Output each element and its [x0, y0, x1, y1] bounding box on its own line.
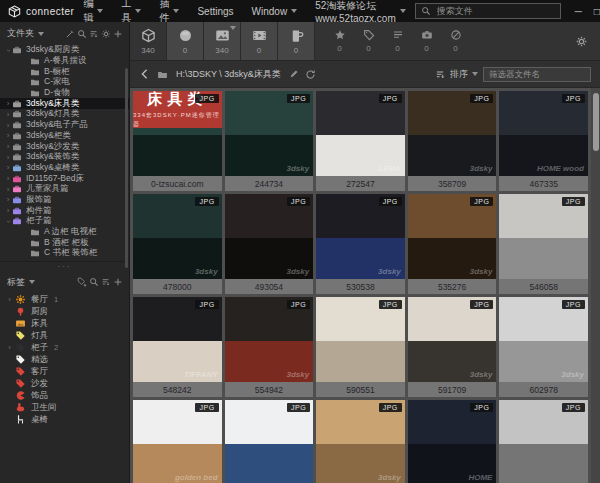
type-filter-cup[interactable]: 0 — [278, 22, 315, 60]
folder-item[interactable]: ›3dsky&床具类 — [0, 98, 129, 109]
folder-item[interactable]: A 边柜 电视柜 — [0, 227, 129, 238]
tag-item[interactable]: 厨房 — [0, 306, 129, 318]
menu-item-1[interactable]: 工具 — [112, 0, 150, 22]
sortlines-button[interactable] — [100, 276, 112, 288]
asset-thumbnail[interactable]: 3dsky JPG 554942 — [225, 297, 314, 397]
gearui-button[interactable] — [100, 28, 112, 40]
sidebar-scrollbar[interactable] — [125, 68, 128, 268]
expander-icon[interactable]: › — [4, 142, 12, 151]
tag-item[interactable]: 桌椅 — [0, 414, 129, 426]
asset-thumbnail[interactable]: JPG 590551 — [316, 297, 405, 397]
menu-item-0[interactable]: 编辑 — [74, 0, 112, 22]
expander-icon[interactable]: › — [4, 153, 12, 162]
sort-button[interactable]: 排序 — [435, 68, 478, 81]
tag-item[interactable]: 沙发 — [0, 378, 129, 390]
expander-icon[interactable]: › — [4, 99, 12, 108]
menu-item-5[interactable]: 52淘装修论坛www.52taozx.com — [306, 0, 415, 22]
expander-icon[interactable]: › — [4, 185, 12, 194]
sortlines-button[interactable] — [88, 28, 100, 40]
asset-thumbnail[interactable]: golden bed JPG — [133, 400, 222, 483]
asset-thumbnail[interactable]: JPG — [225, 400, 314, 483]
folder-item[interactable]: D-食物 — [0, 88, 129, 99]
filename-filter-input[interactable] — [483, 67, 591, 82]
menu-item-2[interactable]: 插件 — [150, 0, 188, 22]
type-filter-cube[interactable]: 340 — [130, 22, 167, 60]
asset-thumbnail[interactable]: HOME JPG — [408, 400, 497, 483]
folder-item[interactable]: ›构件篇 — [0, 205, 129, 216]
expander-icon[interactable]: › — [4, 163, 12, 172]
asset-thumbnail[interactable]: 3dsky JPG 530538 — [316, 194, 405, 294]
asset-thumbnail[interactable]: JPG 546058 — [499, 194, 588, 294]
plus-button[interactable] — [112, 28, 124, 40]
plus-button[interactable] — [112, 276, 124, 288]
tag-item[interactable]: 灯具 — [0, 330, 129, 342]
expander-icon[interactable]: › — [4, 206, 12, 215]
folder-item[interactable]: ›3dsky&装饰类 — [0, 152, 129, 163]
asset-thumbnail[interactable]: 3dsky JPG 493054 — [225, 194, 314, 294]
folder-item[interactable]: B-橱柜 — [0, 66, 129, 77]
expander-icon[interactable]: › — [4, 217, 13, 225]
expander-icon[interactable]: › — [4, 110, 12, 119]
asset-thumbnail[interactable]: 3dsky JPG 602978 — [499, 297, 588, 397]
folder-item[interactable]: ›3dsky&沙发类 — [0, 141, 129, 152]
expander-icon[interactable]: › — [4, 121, 12, 130]
asset-thumbnail[interactable]: 床具类334套3DSKY·PM迷你管理器 JPG 0-tzsucai.com — [133, 91, 222, 191]
folder-item[interactable]: A-餐具摆设 — [0, 56, 129, 67]
wand-button[interactable] — [64, 28, 76, 40]
folder-item[interactable]: ›儿童家具篇 — [0, 184, 129, 195]
asset-thumbnail[interactable]: JPG — [499, 400, 588, 483]
folder-item[interactable]: ›3dsky&桌椅类 — [0, 163, 129, 174]
back-button[interactable] — [139, 68, 151, 80]
asset-thumbnail[interactable]: 3dsky JPG 358709 — [408, 91, 497, 191]
folders-title[interactable]: 文件夹 — [7, 27, 44, 40]
asset-thumbnail[interactable]: TIFFANY JPG 548242 — [133, 297, 222, 397]
grid-scrollbar-thumb[interactable] — [593, 93, 599, 151]
expander-icon[interactable]: › — [4, 174, 12, 183]
tag-item[interactable]: 床具 — [0, 318, 129, 330]
flag-filter-camera[interactable]: 0 — [412, 22, 441, 60]
tag-item[interactable]: 饰品 — [0, 390, 129, 402]
tagadd-button[interactable] — [76, 276, 88, 288]
folder-item[interactable]: ›ID11567-Bed床 — [0, 173, 129, 184]
tags-title[interactable]: 标签 — [7, 276, 35, 289]
folder-item[interactable]: ›3dsky&厨房类 — [0, 45, 129, 56]
search-button[interactable] — [88, 276, 100, 288]
folder-item[interactable]: ›服饰篇 — [0, 195, 129, 206]
minimize-button[interactable]: ─ — [575, 6, 582, 17]
menu-item-4[interactable]: Window — [243, 0, 307, 22]
maximize-button[interactable]: □ — [594, 6, 600, 17]
asset-thumbnail[interactable]: 3dsky JPG 244734 — [225, 91, 314, 191]
breadcrumb[interactable]: H:\3DSKY \ 3dsky&床具类 — [176, 68, 281, 81]
asset-thumbnail[interactable]: 3dsky JPG 535276 — [408, 194, 497, 294]
tag-item[interactable]: ›餐厅1 — [0, 294, 129, 306]
folder-item[interactable]: ›3dsky&电子产品 — [0, 120, 129, 131]
folder-item[interactable]: ›3dsky&灯具类 — [0, 109, 129, 120]
folder-item[interactable]: C 书柜 装饰柜 — [0, 248, 129, 259]
folder-item[interactable]: ›3dsky&柜类 — [0, 131, 129, 142]
tags-drag-handle[interactable]: ··· — [0, 261, 129, 271]
asset-thumbnail[interactable]: 3dsky JPG — [316, 400, 405, 483]
flag-filter-star[interactable]: 0 — [325, 22, 354, 60]
edit-path-button[interactable] — [289, 69, 299, 79]
expander-icon[interactable]: › — [4, 195, 12, 204]
refresh-button[interactable] — [305, 69, 316, 80]
tag-item[interactable]: ›柜子2 — [0, 342, 129, 354]
grid-scrollbar[interactable] — [591, 88, 600, 483]
expander-icon[interactable]: › — [4, 131, 12, 140]
folder-item[interactable]: B 酒柜 柜板 — [0, 237, 129, 248]
type-filter-film[interactable]: 0 — [241, 22, 278, 60]
settings-gear-button[interactable] — [575, 35, 588, 48]
folder-item[interactable]: C-家电 — [0, 77, 129, 88]
tag-item[interactable]: 精选 — [0, 354, 129, 366]
global-search[interactable] — [415, 3, 561, 19]
asset-thumbnail[interactable]: LEMA JPG 272547 — [316, 91, 405, 191]
search-button[interactable] — [76, 28, 88, 40]
type-filter-imagepic[interactable]: 340 — [204, 22, 241, 60]
type-filter-sphere[interactable]: 0 — [167, 22, 204, 60]
flag-filter-tag[interactable]: 0 — [354, 22, 383, 60]
folder-item[interactable]: ›柜子篇 — [0, 216, 129, 227]
asset-thumbnail[interactable]: 3dsky JPG 591709 — [408, 297, 497, 397]
menu-item-3[interactable]: Settings — [188, 0, 242, 22]
tag-item[interactable]: 卫生间 — [0, 402, 129, 414]
global-search-input[interactable] — [435, 5, 555, 17]
